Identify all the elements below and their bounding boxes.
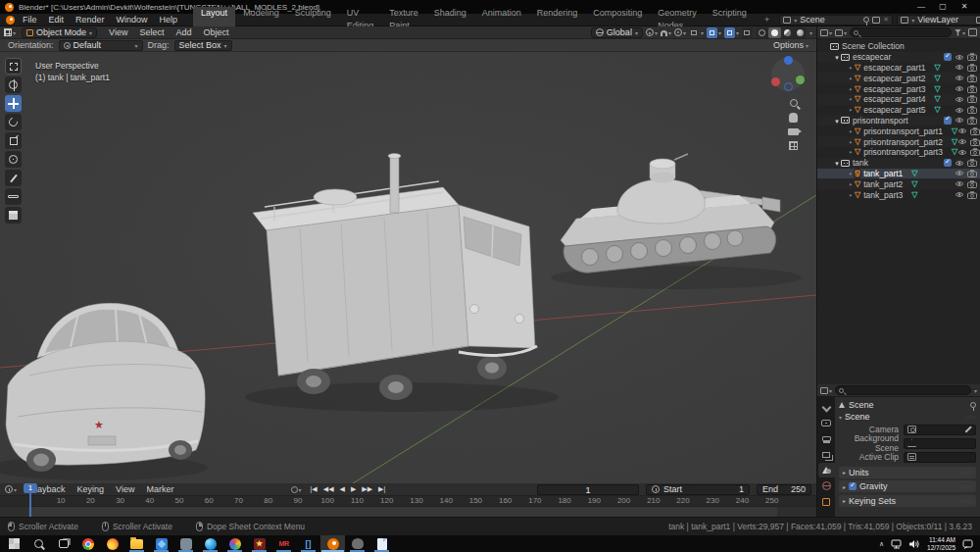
rendered-shading-button[interactable] [794,27,807,38]
outliner-item-label[interactable]: tank_part2 [863,179,903,189]
taskbar-icon-document-app[interactable] [369,535,394,552]
hide-in-viewport-icon[interactable] [957,138,967,145]
scene-panel-header[interactable]: ▾ Scene :::: [839,411,976,423]
collapsed-panel-header[interactable]: ▸ Units :::: [839,467,976,478]
taskbar-icon-gimp[interactable] [345,535,369,552]
orientation-setting-dropdown[interactable]: Default ▾ [59,40,143,51]
panel-grip[interactable]: :::: [961,470,972,476]
navigation-gizmo[interactable] [771,58,805,91]
properties-tab-render[interactable] [818,416,835,430]
hide-in-viewport-icon[interactable] [957,127,967,134]
zoom-icon[interactable] [790,99,798,107]
jump-to-start-button[interactable]: |◀ [309,485,319,493]
taskbar-icon-brackets-app[interactable]: [] [296,535,320,552]
next-keyframe-button[interactable]: ▶▶ [360,485,374,493]
timeline-track[interactable] [0,507,816,517]
auto-keying-button[interactable]: ▾ [291,486,302,493]
tank-model[interactable] [551,154,802,289]
outliner-item-label[interactable]: tank [853,158,868,168]
outliner-item-label[interactable]: prisontransport_part1 [863,126,943,136]
timeline-ruler[interactable]: 1020304050607080901001101201301401501601… [0,496,816,507]
outliner-item-label[interactable]: escapecar_part3 [863,84,925,94]
taskbar-icon-mr-app[interactable]: MR [271,535,296,552]
playhead-line[interactable] [29,493,31,517]
eyedropper-icon[interactable] [964,426,972,433]
frame-range-start-field[interactable]: Start 1 [646,484,750,495]
taskbar-icon-star-app[interactable]: ★ [247,535,271,552]
disable-in-renders-icon[interactable] [967,85,977,93]
cursor-tool[interactable] [5,76,22,93]
expand-arrow-icon[interactable] [847,147,855,157]
disable-in-renders-icon[interactable] [970,127,980,135]
properties-tab-object[interactable] [818,494,835,509]
expand-arrow-icon[interactable] [847,179,855,189]
properties-search-input[interactable] [835,385,971,395]
outliner-item-label[interactable]: Scene Collection [842,41,905,51]
measure-tool[interactable] [5,188,22,205]
truck-model[interactable] [245,154,559,413]
properties-editor-type-button[interactable]: ▾ [820,387,832,394]
expand-arrow-icon[interactable] [833,158,841,168]
outliner-row[interactable]: prisontransport [817,116,980,126]
property-field[interactable] [904,452,976,463]
play-button[interactable]: ▶ [349,485,358,493]
snap-dropdown[interactable]: ▾ [661,28,671,36]
exclude-checkbox[interactable] [944,117,952,125]
frame-range-end-field[interactable]: End 250 [757,484,811,495]
transform-orientation-dropdown[interactable]: Global ▾ [591,27,643,38]
disable-in-renders-icon[interactable] [967,95,977,103]
pin-icon[interactable] [863,17,869,23]
menu-item[interactable]: Help [154,15,184,25]
editor-type-button[interactable]: ▾ [4,28,16,36]
viewlayer-selector[interactable]: ▾ ViewLayer ✕ [897,15,980,25]
add-cube-tool[interactable] [5,207,22,224]
viewport-menu-item[interactable]: View [103,27,133,37]
close-button[interactable]: ✕ [954,0,975,14]
outliner-item-label[interactable]: prisontransport_part3 [863,147,943,157]
pivot-point-dropdown[interactable]: ▾ [646,28,658,36]
hide-in-viewport-icon[interactable] [955,64,964,71]
outliner-item-label[interactable]: escapecar_part2 [863,74,925,83]
outliner-item-label[interactable]: prisontransport_part2 [863,137,943,147]
viewport-menu-item[interactable]: Object [197,27,234,37]
timeline-editor-type-button[interactable]: ▾ [5,485,17,493]
menu-item[interactable]: Window [111,15,154,25]
taskbar-icon-color-globe-app[interactable] [222,535,247,552]
hide-in-viewport-icon[interactable] [955,191,964,198]
ortho-toggle-icon[interactable] [789,141,798,150]
expand-arrow-icon[interactable] [833,116,841,125]
new-viewlayer-icon[interactable] [976,17,980,24]
disable-in-renders-icon[interactable] [967,170,977,177]
outliner-row[interactable]: tank_part1 [817,169,980,179]
outliner-filter-dropdown[interactable]: ▾ [955,29,965,36]
outliner-item-label[interactable]: prisontransport [853,116,908,125]
expand-arrow-icon[interactable] [847,94,855,104]
material-preview-button[interactable] [781,27,794,38]
disable-in-renders-icon[interactable] [967,64,977,72]
outliner-search-input[interactable] [850,27,952,37]
taskbar-icon-gray-app[interactable] [173,535,198,552]
viewport-canvas[interactable]: ★ User Perspective (1) tank | tank_part1 [0,52,816,483]
collapsed-panel-header[interactable]: ▸ Gravity :::: [839,480,976,492]
options-dropdown[interactable]: Options ▾ [773,40,808,50]
hide-in-viewport-icon[interactable] [955,54,964,61]
scale-tool[interactable] [5,132,22,149]
hidden-icons-chevron[interactable]: ∧ [879,540,884,548]
exclude-checkbox[interactable] [944,53,952,61]
outliner-row[interactable]: prisontransport_part3 [817,147,980,158]
viewport-menu-item[interactable]: Add [170,27,197,37]
annotate-tool[interactable] [5,170,22,186]
disable-in-renders-icon[interactable] [967,159,977,167]
object-visibility-dropdown[interactable]: ▾ [689,27,704,38]
outliner-row[interactable]: prisontransport_part2 [817,136,980,147]
xray-toggle[interactable] [742,27,753,38]
timeline-menu-item[interactable]: Keying [72,484,111,494]
property-field[interactable] [904,425,976,435]
wireframe-shading-button[interactable] [756,27,768,38]
select-box-tool[interactable] [5,58,22,75]
taskbar-icon-photos[interactable] [149,535,173,552]
properties-tab-scene[interactable] [818,463,835,477]
disable-in-renders-icon[interactable] [967,180,977,188]
expand-arrow-icon[interactable] [847,126,855,136]
panel-grip[interactable]: :::: [965,414,976,420]
